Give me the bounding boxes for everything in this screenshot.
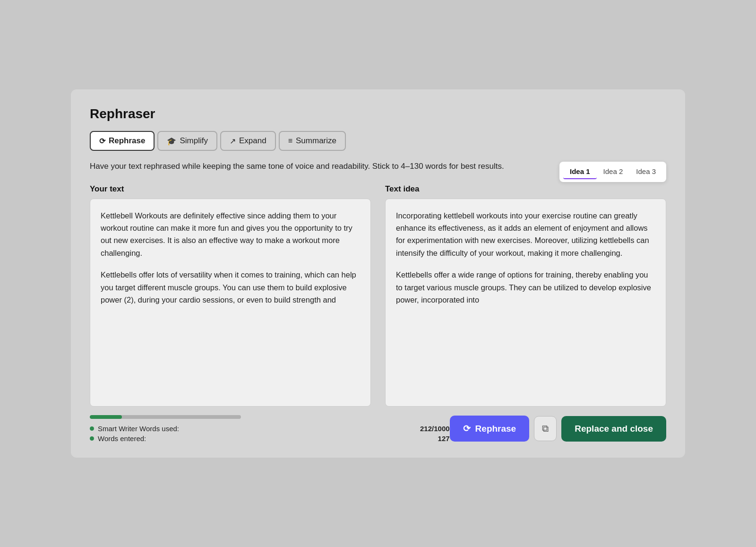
words-entered-row: Words entered: 127 (90, 434, 450, 443)
tab-bar: ⟳ Rephrase 🎓 Simplify ↗ Expand ≡ Summari… (90, 131, 666, 151)
description-text: Have your text rephrased while keeping t… (90, 160, 562, 173)
tab-rephrase[interactable]: ⟳ Rephrase (90, 131, 155, 151)
replace-and-close-button[interactable]: Replace and close (561, 416, 666, 442)
tab-rephrase-label: Rephrase (109, 136, 145, 146)
columns-wrapper: Your text Kettlebell Workouts are defini… (90, 184, 666, 407)
idea-tabs: Idea 1 Idea 2 Idea 3 (559, 162, 666, 182)
tab-summarize[interactable]: ≡ Summarize (279, 131, 346, 151)
text-idea-column: Idea 1 Idea 2 Idea 3 Text idea Incorpora… (385, 184, 666, 407)
text-idea-label: Text idea (385, 184, 666, 194)
idea-tab-2[interactable]: Idea 2 (597, 165, 630, 179)
progress-area: Smart Writer Words used: 212/1000 Words … (90, 415, 450, 443)
words-used-row: Smart Writer Words used: 212/1000 (90, 425, 450, 433)
idea-tab-1[interactable]: Idea 1 (563, 165, 597, 179)
tab-summarize-label: Summarize (296, 136, 336, 146)
idea-text-box[interactable]: Incorporating kettlebell workouts into y… (385, 199, 666, 407)
words-used-label: Smart Writer Words used: (98, 425, 179, 433)
idea-text-para-2: Kettlebells offer a wide range of option… (396, 269, 655, 306)
simplify-icon: 🎓 (167, 137, 176, 146)
copy-icon: ⧉ (542, 423, 549, 434)
columns: Your text Kettlebell Workouts are defini… (90, 184, 666, 407)
words-used-value: 212/1000 (420, 425, 450, 433)
your-text-label: Your text (90, 184, 371, 194)
your-text-para-1: Kettlebell Workouts are definitely effec… (101, 209, 360, 260)
panel-title: Rephraser (90, 106, 666, 122)
your-text-column: Your text Kettlebell Workouts are defini… (90, 184, 371, 407)
replace-btn-label: Replace and close (575, 424, 653, 434)
copy-button[interactable]: ⧉ (534, 416, 557, 441)
rephrase-btn-label: Rephrase (475, 424, 516, 434)
tab-expand[interactable]: ↗ Expand (220, 131, 276, 151)
rephrase-icon: ⟳ (99, 137, 105, 146)
progress-bar-fill (90, 415, 122, 419)
bottom-bar: Smart Writer Words used: 212/1000 Words … (90, 415, 666, 443)
your-text-box[interactable]: Kettlebell Workouts are definitely effec… (90, 199, 371, 407)
rephraser-panel: Rephraser ⟳ Rephrase 🎓 Simplify ↗ Expand… (71, 89, 685, 457)
tab-simplify[interactable]: 🎓 Simplify (157, 131, 217, 151)
idea-text-para-1: Incorporating kettlebell workouts into y… (396, 209, 655, 260)
rephrase-button[interactable]: ⟳ Rephrase (450, 416, 530, 442)
progress-bar-container (90, 415, 241, 419)
words-entered-dot (90, 436, 94, 441)
stats: Smart Writer Words used: 212/1000 Words … (90, 425, 450, 443)
tab-expand-label: Expand (239, 136, 266, 146)
idea-tab-3[interactable]: Idea 3 (629, 165, 662, 179)
words-entered-label: Words entered: (98, 434, 146, 443)
rephrase-btn-icon: ⟳ (463, 423, 471, 434)
words-entered-value: 127 (438, 434, 450, 443)
expand-icon: ↗ (230, 137, 236, 146)
summarize-icon: ≡ (288, 137, 292, 145)
action-buttons: ⟳ Rephrase ⧉ Replace and close (450, 416, 666, 442)
your-text-para-2: Kettlebells offer lots of versatility wh… (101, 269, 360, 306)
tab-simplify-label: Simplify (180, 136, 208, 146)
words-used-dot (90, 426, 94, 431)
